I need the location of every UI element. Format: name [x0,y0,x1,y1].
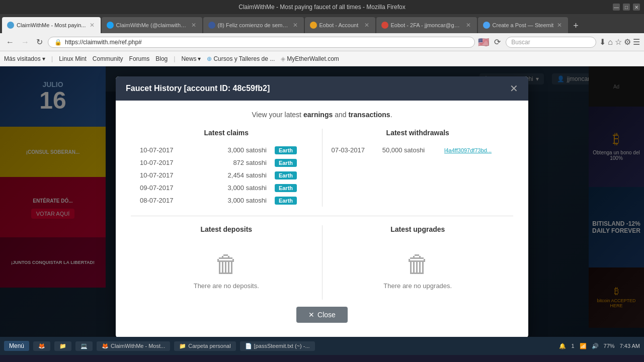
bookmark-news[interactable]: News ▾ [181,55,201,62]
claim-date: 10-07-2017 [136,169,199,182]
tab-facebook[interactable]: (8) Feliz comienzo de sema... ✕ [203,17,304,33]
taskbar-steemit-label: [passSteemit.txt (~) -... [254,343,310,349]
download-icon[interactable]: ⬇ [599,37,606,47]
bookmark-label: Blog [155,55,168,62]
maximize-button[interactable]: □ [623,4,630,11]
tab-close-steemit[interactable]: ✕ [556,22,563,29]
claim-amount: 3,000 satoshi [199,194,271,207]
upgrades-column: Latest upgrades 🗑 There are no upgrades. [323,225,514,300]
bookmark-linux-mint[interactable]: Linux Mint [59,55,87,62]
claim-row: 10-07-2017 2,454 satoshi Earth [136,169,317,182]
tab-close-eobot[interactable]: ✕ [363,22,370,29]
transactions-text: transactions [348,111,390,119]
claim-amount: 2,454 satoshi [199,169,271,182]
browser-title: ClaimWithMe - Most paying faucet of all … [238,4,405,11]
claim-row: 10-07-2017 3,000 satoshi Earth [136,144,317,156]
tab-close-claimwithme[interactable]: ✕ [89,22,96,29]
flag-icon: 🇺🇸 [478,37,489,48]
bookmark-myether[interactable]: ◈ MyEtherWallet.com [281,55,339,62]
bottom-sections: Latest deposits 🗑 There are no deposits.… [131,225,513,300]
taskbar-item-carpeta[interactable]: 📁 Carpeta personal [174,341,235,351]
modal-body: View your latest earnings and transactio… [116,101,528,337]
claim-type: Earth [271,182,317,194]
tab-close-twitter[interactable]: ✕ [190,22,197,29]
tab-favicon-gmail [381,22,388,29]
tab-gmail[interactable]: Eobot - 2FA - jjmoncar@gm... ✕ [376,17,477,33]
claim-date: 10-07-2017 [136,144,199,156]
bookmark-forums[interactable]: Forums [129,55,150,62]
taskbar-item-steemit[interactable]: 📄 [passSteemit.txt (~) -... [240,341,315,351]
withdrawal-row: 07-03-2017 50,000 satoshi l4a4ff3097df73… [328,144,509,156]
url-icon: 🔒 [54,39,62,46]
taskbar-ff-icon: 🦊 [102,343,109,349]
modal-title-end: ] [267,84,270,93]
sound-icon: 🔊 [592,343,599,349]
bookmark-community[interactable]: Community [93,55,123,62]
withdrawal-hash[interactable]: l4a4ff3097df73bd... [440,144,508,156]
bookmark-icon-myether: ◈ [281,55,285,62]
tab-eobot[interactable]: Eobot - Account ✕ [305,17,375,33]
taskbar-item-claimwithme[interactable]: 🦊 ClaimWithMe - Most... [97,341,170,351]
modal-title-prefix: Faucet History [account ID: [126,84,232,93]
bookmark-label: Community [93,55,123,62]
minimize-button[interactable]: — [613,4,620,11]
tab-close-gmail[interactable]: ✕ [465,22,472,29]
claim-type: Earth [271,156,317,169]
taskbar-right: 🔔 1 📶 🔊 77% 7:43 AM [559,343,640,349]
tab-favicon-twitter [107,22,114,29]
no-upgrades-icon: 🗑 [328,250,509,278]
withdrawals-column: Latest withdrawals 07-03-2017 50,000 sat… [323,129,514,207]
claim-row: 09-07-2017 3,000 satoshi Earth [136,182,317,194]
taskbar-item-files[interactable]: 📁 [54,341,71,351]
new-tab-button[interactable]: + [569,19,583,33]
tab-steemit[interactable]: Create a Post — Steemit ✕ [478,17,569,33]
tab-favicon-facebook [208,22,215,29]
extensions-icon[interactable]: ⚙ [624,37,631,47]
url-bar[interactable]: 🔒 https://claimwith.me/ref.php# [48,37,475,48]
notification-icon: 🔔 [559,343,566,349]
taskbar-clock: 7:43 AM [620,343,640,349]
menu-icon[interactable]: ☰ [633,37,640,47]
bookmark-mas-visitados[interactable]: Más visitados ▾ [4,55,45,62]
close-modal-button[interactable]: ✕ Close [296,307,348,323]
forward-button[interactable]: → [19,37,31,48]
window-controls: — □ ✕ [613,4,640,11]
bookmark-arrow: ▾ [198,55,201,62]
close-btn-icon: ✕ [308,311,314,319]
search-bar[interactable]: Buscar [506,37,596,48]
taskbar-item-terminal[interactable]: 💻 [75,341,93,351]
tab-favicon-eobot [310,22,317,29]
reload-button[interactable]: ⟳ [492,36,503,48]
tab-claimwithme[interactable]: ClaimWithMe - Most payin... ✕ [2,17,101,33]
tab-twitter[interactable]: ClaimWithMe (@claimwithm... ✕ [102,17,202,33]
home-icon[interactable]: ⌂ [608,38,613,47]
bookmark-icon[interactable]: ☆ [615,37,622,47]
claims-table: 10-07-2017 3,000 satoshi Earth 10-07-201… [136,144,317,207]
refresh-button[interactable]: ↻ [34,36,45,48]
taskbar-start-button[interactable]: Menú [4,341,29,351]
no-deposits-area: 🗑 There are no deposits. [136,240,317,300]
claim-date: 09-07-2017 [136,182,199,194]
back-button[interactable]: ← [4,37,16,48]
taskbar-folder-icon: 📁 [179,343,186,349]
taskbar-text-icon: 📄 [245,343,252,349]
taskbar-item-ff[interactable]: 🦊 [33,341,50,351]
bookmark-blog[interactable]: Blog [155,55,168,62]
firefox-icon: 🦊 [38,343,45,349]
latest-upgrades-title: Latest upgrades [328,225,509,233]
tab-label-gmail: Eobot - 2FA - jjmoncar@gm... [391,22,462,28]
network-icon: 📶 [580,343,587,349]
address-bar: ← → ↻ 🔒 https://claimwith.me/ref.php# 🇺🇸… [0,33,644,51]
close-button[interactable]: ✕ [633,4,640,11]
claim-amount: 3,000 satoshi [199,182,271,194]
bookmark-cursos[interactable]: ⊕ Cursos y Talleres de ... [207,55,275,62]
tabs-bar: ClaimWithMe - Most payin... ✕ ClaimWithM… [0,14,644,33]
modal-close-button[interactable]: ✕ [510,83,518,94]
latest-withdrawals-title: Latest withdrawals [328,129,509,137]
modal-title: Faucet History [account ID: 48c59fb2] [126,84,270,93]
tab-label-claimwithme: ClaimWithMe - Most payin... [17,22,86,28]
bookmark-label: Cursos y Talleres de ... [213,55,275,62]
modal-subtitle: View your latest earnings and transactio… [131,111,513,119]
tab-close-facebook[interactable]: ✕ [292,22,299,29]
claim-date: 10-07-2017 [136,156,199,169]
